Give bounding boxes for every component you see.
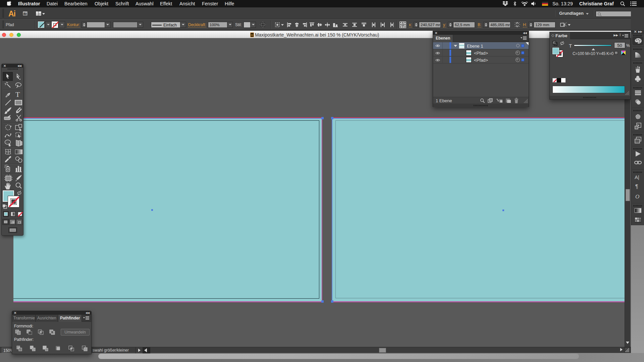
svg-text:Ai: Ai [251,34,253,36]
